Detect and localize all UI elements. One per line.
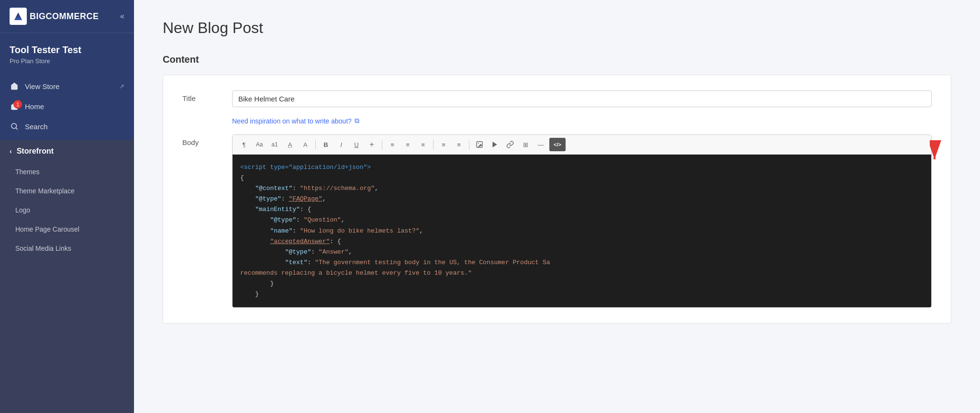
toolbar-table-btn[interactable]: ⊞ xyxy=(519,138,532,151)
collapse-sidebar-button[interactable]: « xyxy=(120,12,124,21)
title-input[interactable] xyxy=(232,90,932,107)
toolbar-font-a1-btn[interactable]: a1 xyxy=(268,138,281,151)
body-label: Body xyxy=(182,134,221,146)
store-info: Tool Tester Test Pro Plan Store xyxy=(0,33,134,72)
toolbar-font-aa-btn[interactable]: Aa xyxy=(253,138,266,151)
inspiration-text: Need inspiration on what to write about? xyxy=(232,117,352,125)
sidebar-item-social-media-links[interactable]: Social Media Links xyxy=(0,239,134,258)
logo-text: BIGCOMMERCE xyxy=(30,11,99,22)
sidebar-item-logo[interactable]: Logo xyxy=(0,201,134,220)
search-label: Search xyxy=(25,123,48,131)
body-row: Body ¶ Aa a1 A A B I U + xyxy=(182,134,932,308)
toolbar-link-btn[interactable] xyxy=(503,138,517,151)
toolbar-underline-btn[interactable]: U xyxy=(350,138,363,151)
toolbar-image-btn[interactable] xyxy=(473,138,486,151)
red-arrow-indicator xyxy=(930,137,958,168)
inspiration-icon: ⧉ xyxy=(355,117,359,125)
toolbar-sep-4 xyxy=(469,140,469,149)
title-row: Title xyxy=(182,90,932,107)
svg-point-5 xyxy=(478,143,479,144)
inspiration-link[interactable]: Need inspiration on what to write about?… xyxy=(232,117,932,125)
page-title: New Blog Post xyxy=(163,19,951,37)
sidebar-item-search[interactable]: Search xyxy=(0,116,134,136)
sidebar-item-home[interactable]: 1 Home xyxy=(0,96,134,116)
sidebar-item-themes[interactable]: Themes xyxy=(0,162,134,181)
editor-toolbar: ¶ Aa a1 A A B I U + ≡ ≡ ≡ xyxy=(233,135,931,155)
storefront-sub-items: Themes Theme Marketplace Logo Home Page … xyxy=(0,162,134,258)
main-content: New Blog Post Content Title Need inspira… xyxy=(134,0,980,413)
toolbar-sep-2 xyxy=(382,140,382,149)
sidebar-nav: View Store ↗ 1 Home Search xyxy=(0,72,134,140)
sidebar-item-view-store[interactable]: View Store ↗ xyxy=(0,76,134,96)
logo: BIGCOMMERCE xyxy=(10,8,99,25)
svg-marker-6 xyxy=(492,142,497,147)
store-icon xyxy=(10,82,19,90)
toolbar-text-color-btn[interactable]: A xyxy=(299,138,312,151)
logo-icon xyxy=(10,8,27,25)
storefront-section: ‹ Storefront Themes Theme Marketplace Lo… xyxy=(0,140,134,413)
storefront-section-header[interactable]: ‹ Storefront xyxy=(0,140,134,162)
toolbar-sep-1 xyxy=(315,140,316,149)
editor-code-content[interactable]: <script type="application/ld+json"> { "@… xyxy=(233,155,931,307)
toolbar-sep-3 xyxy=(433,140,434,149)
toolbar-strikethrough-btn[interactable]: + xyxy=(365,138,379,151)
sidebar-header: BIGCOMMERCE « xyxy=(0,0,134,33)
toolbar-align-right-btn[interactable]: ≡ xyxy=(416,138,430,151)
store-name: Tool Tester Test xyxy=(10,45,124,56)
sidebar-item-theme-marketplace[interactable]: Theme Marketplace xyxy=(0,181,134,201)
view-store-label: View Store xyxy=(25,82,59,90)
sidebar-item-home-page-carousel[interactable]: Home Page Carousel xyxy=(0,220,134,239)
toolbar-bold-btn[interactable]: B xyxy=(319,138,333,151)
toolbar-align-left-btn[interactable]: ≡ xyxy=(386,138,399,151)
storefront-chevron-icon: ‹ xyxy=(10,147,12,155)
home-badge: 1 xyxy=(13,100,22,109)
form-card: Title Need inspiration on what to write … xyxy=(163,75,951,324)
toolbar-hr-btn[interactable]: — xyxy=(534,138,547,151)
toolbar-bg-color-btn[interactable]: A xyxy=(283,138,297,151)
content-section-title: Content xyxy=(163,54,951,65)
store-plan: Pro Plan Store xyxy=(10,57,124,65)
storefront-label: Storefront xyxy=(17,147,54,156)
sidebar: BIGCOMMERCE « Tool Tester Test Pro Plan … xyxy=(0,0,134,413)
title-label: Title xyxy=(182,90,221,102)
svg-point-3 xyxy=(11,123,17,129)
toolbar-paragraph-btn[interactable]: ¶ xyxy=(237,138,251,151)
body-editor[interactable]: ¶ Aa a1 A A B I U + ≡ ≡ ≡ xyxy=(232,134,932,308)
toolbar-ul-btn[interactable]: ≡ xyxy=(437,138,450,151)
search-icon xyxy=(10,122,19,131)
toolbar-video-btn[interactable] xyxy=(488,138,501,151)
toolbar-italic-btn[interactable]: I xyxy=(334,138,348,151)
toolbar-align-center-btn[interactable]: ≡ xyxy=(401,138,414,151)
external-link-icon: ↗ xyxy=(119,83,124,90)
toolbar-html-btn[interactable]: </> xyxy=(549,138,566,151)
toolbar-ol-btn[interactable]: ≡ xyxy=(452,138,466,151)
home-label: Home xyxy=(25,102,44,111)
